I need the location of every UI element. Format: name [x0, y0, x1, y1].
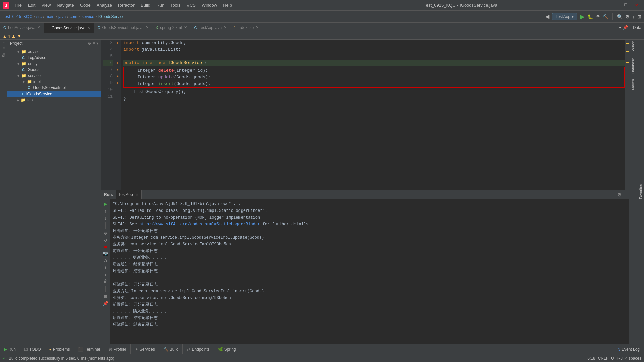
- bottom-tab-services[interactable]: ✦ Services: [131, 344, 159, 354]
- menu-build[interactable]: Build: [138, 1, 153, 9]
- run-settings-icon[interactable]: ⚙: [104, 230, 107, 236]
- structure-icon[interactable]: Structure: [2, 42, 6, 57]
- source-panel-tab[interactable]: Source: [631, 41, 635, 53]
- bottom-tab-run[interactable]: ▶ Run: [0, 344, 20, 354]
- menu-run[interactable]: Run: [154, 1, 167, 9]
- warning-nav-up[interactable]: ▲: [11, 34, 16, 39]
- breadcrumb-service[interactable]: service: [82, 14, 94, 19]
- run-pin-icon[interactable]: 📌: [103, 301, 108, 306]
- menu-file[interactable]: File: [12, 1, 24, 9]
- menu-navigate[interactable]: Navigate: [54, 1, 76, 9]
- menu-help[interactable]: Help: [220, 1, 235, 9]
- run-button[interactable]: ▶: [580, 13, 585, 20]
- menu-view[interactable]: View: [39, 1, 53, 9]
- bottom-tab-todo[interactable]: ☑ TODO: [20, 344, 45, 354]
- menu-edit[interactable]: Edit: [25, 1, 38, 9]
- bottom-tab-endpoints[interactable]: ⇄ Endpoints: [183, 344, 214, 354]
- indent-settings[interactable]: 4 spaces: [625, 356, 641, 361]
- run-config-selector[interactable]: TestAop ▾: [552, 13, 577, 20]
- run-tab-testaop[interactable]: TestAop ✕: [116, 190, 141, 199]
- menu-window[interactable]: Window: [199, 1, 220, 9]
- maximize-button[interactable]: □: [621, 1, 630, 9]
- run-reload-icon[interactable]: ↺: [104, 237, 107, 243]
- charset[interactable]: UTF-8: [611, 356, 623, 361]
- tab-close-goodsserviceimpl[interactable]: ✕: [146, 25, 149, 30]
- menu-vcs[interactable]: VCS: [184, 1, 198, 9]
- tab-spring-xml[interactable]: X spring-2.xml ✕: [152, 23, 191, 33]
- favorites-label[interactable]: Favorites: [639, 184, 643, 199]
- bottom-tab-terminal[interactable]: ⬛ Terminal: [74, 344, 104, 354]
- warning-nav-down[interactable]: ▼: [17, 34, 21, 39]
- breadcrumb-src[interactable]: src: [36, 14, 42, 19]
- run-play-icon[interactable]: ▶: [104, 201, 107, 207]
- menu-refactor[interactable]: Refactor: [115, 1, 137, 9]
- slf4j-link[interactable]: http://www.slf4j.org/codes.html#StaticLo…: [139, 222, 260, 227]
- breadcrumb-com[interactable]: com: [70, 14, 77, 19]
- minimize-button[interactable]: ─: [610, 1, 620, 9]
- close-button[interactable]: ✕: [632, 1, 641, 9]
- run-panel-minimize-icon[interactable]: ─: [623, 192, 626, 197]
- run-down-arrow-icon[interactable]: ↡: [104, 272, 107, 278]
- tab-close-indexjsp[interactable]: ✕: [256, 25, 259, 30]
- tree-item-service[interactable]: ▼ 📁 service: [7, 73, 101, 79]
- maven-panel-tab[interactable]: Maven: [631, 79, 635, 90]
- run-up-arrow-icon[interactable]: ↟: [104, 265, 107, 270]
- bottom-tab-spring[interactable]: 🌿 Spring: [214, 344, 240, 354]
- expand-panel-button[interactable]: ⊞: [637, 14, 641, 19]
- tab-goodsserviceimpl[interactable]: C GoodsServiceImpl.java ✕: [94, 23, 152, 33]
- vcs-update-button[interactable]: ↑: [632, 14, 635, 19]
- project-panel-settings-icon[interactable]: ⚙: [88, 41, 91, 46]
- tree-item-goodsserviceimpl[interactable]: C GoodsServiceImpl: [7, 85, 101, 91]
- bottom-tab-build[interactable]: 🔨 Build: [159, 344, 183, 354]
- tree-item-igoodsservice[interactable]: I IGoodsService: [7, 91, 101, 97]
- tree-item-advise[interactable]: ▼ 📁 advise: [7, 49, 101, 55]
- tab-testaop[interactable]: C TestAop.java ✕: [191, 23, 231, 33]
- run-grid-icon[interactable]: ⊞: [104, 294, 107, 299]
- run-stop-icon[interactable]: ■: [104, 244, 107, 250]
- tree-item-impl[interactable]: ▼ 📁 impl: [7, 79, 101, 85]
- menu-analyze[interactable]: Analyze: [94, 1, 115, 9]
- run-output[interactable]: "C:\Program Files\Java\jdk1.8.0_101\bin\…: [110, 199, 629, 344]
- tab-logadvise[interactable]: C LogAdvise.java ✕: [0, 23, 44, 33]
- run-panel-settings-icon[interactable]: ⚙: [617, 192, 622, 197]
- tree-item-entity[interactable]: ▼ 📁 entity: [7, 61, 101, 67]
- tab-indexjsp[interactable]: J index.jsp ✕: [230, 23, 262, 33]
- bottom-tab-profiler[interactable]: ⌘ Profiler: [104, 344, 131, 354]
- debug-button[interactable]: 🐛: [587, 14, 593, 19]
- line-ending[interactable]: CRLF: [598, 356, 608, 361]
- nav-back-button[interactable]: ◀: [545, 13, 549, 20]
- breadcrumb-project[interactable]: Test_0915_KQC: [3, 14, 32, 19]
- breadcrumb-java[interactable]: java: [58, 14, 66, 19]
- bottom-tab-problems[interactable]: ● Problems: [45, 344, 74, 354]
- run-print-icon[interactable]: 🖨: [103, 258, 108, 263]
- tab-close-igoodsservice[interactable]: ✕: [87, 26, 90, 30]
- breadcrumb-main[interactable]: main: [46, 14, 54, 19]
- tree-item-goods[interactable]: C Goods: [7, 67, 101, 73]
- run-scroll-down-icon[interactable]: ↓: [104, 216, 107, 221]
- coverage-button[interactable]: ☂: [596, 14, 600, 19]
- database-panel-tab[interactable]: Database: [631, 58, 635, 74]
- tab-igoodsservice[interactable]: I IGoodsService.java ✕: [44, 23, 94, 33]
- run-camera-icon[interactable]: 📷: [103, 251, 108, 257]
- run-tab-close[interactable]: ✕: [135, 192, 139, 197]
- menu-tools[interactable]: Tools: [168, 1, 183, 9]
- tab-close-logadvise[interactable]: ✕: [37, 25, 40, 30]
- project-panel-expand-icon[interactable]: ≡: [93, 41, 95, 46]
- tab-pin-button[interactable]: 📌: [623, 25, 628, 30]
- menu-code[interactable]: Code: [77, 1, 93, 9]
- breadcrumb-interface[interactable]: IGoodsService: [98, 14, 125, 19]
- tab-close-testaop[interactable]: ✕: [224, 25, 227, 30]
- settings-button[interactable]: ⚙: [625, 14, 630, 19]
- tree-item-test[interactable]: ▶ 📁 test: [7, 97, 101, 103]
- tab-list-button[interactable]: ▾: [619, 25, 621, 30]
- search-everywhere-button[interactable]: 🔍: [617, 14, 623, 19]
- code-container[interactable]: 3 4 5 6 7 8 9 10 11 ♦ ♦ ♦ ♦ ♦: [101, 40, 629, 190]
- run-scroll-up-icon[interactable]: ↑: [104, 209, 107, 214]
- run-trash-icon[interactable]: 🗑: [103, 279, 108, 284]
- bottom-tab-event-log[interactable]: 3 Event Log: [614, 344, 644, 354]
- project-panel-collapse-icon[interactable]: ▾: [96, 41, 98, 46]
- build-button[interactable]: 🔨: [603, 14, 608, 19]
- tab-close-spring[interactable]: ✕: [184, 25, 187, 30]
- tree-item-logadvise[interactable]: C LogAdvise: [7, 55, 101, 61]
- code-content[interactable]: import com.entity.Goods; import java.uti…: [121, 40, 625, 190]
